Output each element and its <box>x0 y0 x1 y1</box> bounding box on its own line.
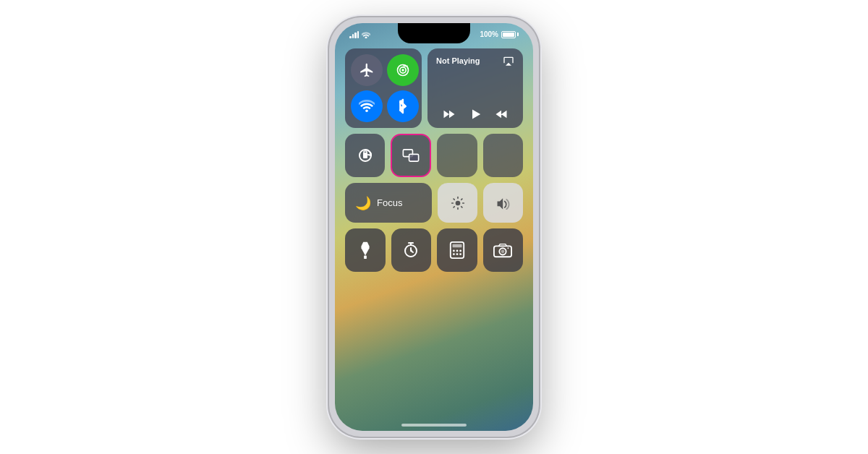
status-right: 100% <box>480 30 519 38</box>
signal-icon <box>349 31 359 38</box>
media-controls <box>436 108 514 121</box>
cellular-button[interactable] <box>387 54 419 86</box>
svg-point-16 <box>453 253 455 255</box>
airplane-mode-button[interactable] <box>351 54 383 86</box>
notch <box>398 23 470 43</box>
svg-point-14 <box>456 250 458 252</box>
top-row: Not Playing <box>345 48 523 128</box>
battery-icon <box>501 31 519 38</box>
screen: 100% <box>335 23 533 431</box>
battery-percent-label: 100% <box>480 30 498 38</box>
phone-shell: 100% <box>329 17 539 437</box>
airplay-icon[interactable] <box>503 56 514 66</box>
svg-rect-5 <box>364 151 367 153</box>
middle-row <box>345 134 523 177</box>
svg-rect-7 <box>409 154 419 161</box>
camera-button[interactable] <box>483 228 524 272</box>
svg-point-8 <box>455 200 460 205</box>
moon-icon: 🌙 <box>355 195 371 211</box>
screen-mirror-button[interactable] <box>391 134 431 177</box>
volume-button[interactable] <box>483 183 523 223</box>
svg-rect-9 <box>364 255 367 259</box>
focus-row: 🌙 Focus <box>345 183 523 223</box>
scene: 100% <box>0 0 868 454</box>
forward-button[interactable] <box>495 109 508 119</box>
now-playing-block: Not Playing <box>427 48 523 128</box>
svg-point-2 <box>401 69 404 71</box>
svg-point-18 <box>459 253 461 255</box>
svg-rect-12 <box>452 244 461 248</box>
flashlight-button[interactable] <box>345 228 386 272</box>
svg-point-13 <box>453 250 455 252</box>
calculator-button[interactable] <box>437 228 477 272</box>
focus-label: Focus <box>377 197 402 208</box>
svg-point-22 <box>508 247 509 249</box>
screen-rotation-lock-button[interactable] <box>345 134 385 177</box>
now-playing-title: Not Playing <box>436 56 480 65</box>
control-center: Not Playing <box>345 48 523 272</box>
rewind-button[interactable] <box>443 109 456 119</box>
svg-point-21 <box>501 250 505 254</box>
connectivity-block <box>345 48 422 128</box>
wifi-status-icon <box>362 31 370 38</box>
svg-point-17 <box>456 253 458 255</box>
empty-slot-1 <box>437 134 477 177</box>
brightness-button[interactable] <box>438 183 477 223</box>
timer-button[interactable] <box>391 228 432 272</box>
wifi-button[interactable] <box>351 90 383 122</box>
empty-slot-2 <box>483 134 523 177</box>
bottom-row <box>345 228 523 272</box>
focus-button[interactable]: 🌙 Focus <box>345 183 432 223</box>
home-indicator <box>401 424 467 427</box>
now-playing-header: Not Playing <box>436 56 514 66</box>
svg-point-15 <box>459 250 461 252</box>
status-left <box>349 31 370 38</box>
bluetooth-button[interactable] <box>387 90 419 122</box>
play-button[interactable] <box>469 108 481 121</box>
